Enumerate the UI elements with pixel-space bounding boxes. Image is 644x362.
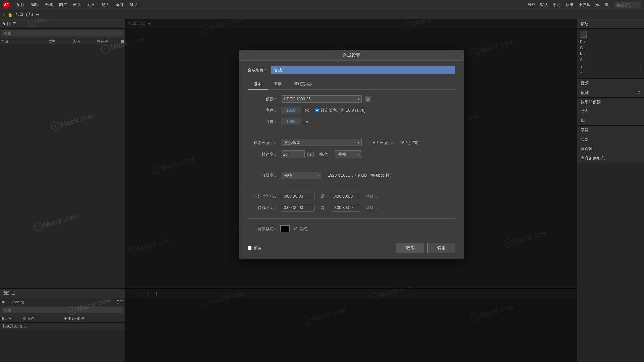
- align-button[interactable]: 对齐: [527, 2, 535, 8]
- basic-settings: 预设： HDTV 1080 25 HDTV 1080 29.97 🗑: [248, 95, 455, 232]
- menu-item-layer[interactable]: 图层: [56, 1, 70, 9]
- start-time-base-btn[interactable]: 基础 ...: [364, 193, 379, 200]
- width-row: 宽度： px 锁定长宽比为 16:9 (1.78): [248, 107, 455, 114]
- menu-item-project[interactable]: 项目: [14, 1, 28, 9]
- effects-presets-panel[interactable]: 效果和预设: [577, 98, 644, 107]
- col-size: 大小: [73, 39, 96, 44]
- timeline-bottom-bar: 切换开关/模式: [0, 322, 125, 330]
- close-tab-icon[interactable]: ×: [3, 12, 5, 17]
- confirm-button[interactable]: 确定: [427, 243, 455, 253]
- audio-panel[interactable]: 音频: [577, 79, 644, 88]
- timeline-num: (100: [117, 300, 123, 304]
- start-time-input2[interactable]: [331, 193, 361, 200]
- menu-item-effect[interactable]: 效果: [70, 1, 84, 9]
- delete-layer-icon[interactable]: 🗑: [21, 300, 25, 304]
- cancel-button[interactable]: 取消: [396, 243, 424, 253]
- divider-1: [248, 132, 455, 132]
- top-menu: 项目 编辑 合成 图层 效果 动画 视图 窗口 帮助: [14, 1, 140, 9]
- switch-mode-label[interactable]: 切换开关/模式: [3, 324, 26, 329]
- bg-color-label: 背景颜色：: [248, 226, 278, 232]
- comp-bottom-name: (无): [3, 290, 9, 296]
- project-search-bar: [0, 29, 125, 38]
- maximize-icon[interactable]: ≫: [595, 2, 600, 8]
- tab-basic[interactable]: 基本: [248, 79, 268, 90]
- right-panel: 信息 R： G： B： A： X： + Y：: [577, 19, 644, 362]
- menu-item-edit[interactable]: 编辑: [28, 1, 42, 9]
- library-panel[interactable]: 库: [577, 116, 644, 126]
- left-bottom-panel: (无) ☰ ⊞ ⊟ 8 bpc 🗑 (100 ⊕ # ≋ 源名称 ⊕ ✱ ⨁ ▣…: [0, 288, 126, 362]
- paragraph-panel[interactable]: 段落: [577, 135, 644, 144]
- library-label: 库: [581, 118, 585, 124]
- tool-icon-1[interactable]: ⊞: [2, 300, 5, 304]
- menu-item-animation[interactable]: 动画: [85, 1, 98, 9]
- tab-advanced[interactable]: 高级: [268, 79, 288, 90]
- timeline-col-headers: ⊕ # ≋ 源名称 ⊕ ✱ ⨁ ▣ ◎: [0, 315, 125, 322]
- learn-workspace[interactable]: 学习: [553, 2, 561, 8]
- project-search-input[interactable]: [2, 30, 123, 36]
- duration-base-btn[interactable]: 基础 ...: [364, 204, 379, 212]
- height-input[interactable]: [281, 118, 301, 125]
- audio-label: 音频: [581, 80, 589, 86]
- start-time-input[interactable]: [281, 193, 315, 200]
- duration-input[interactable]: [281, 204, 315, 212]
- top-bar: AE 项目 编辑 合成 图层 效果 动画 视图 窗口 帮助 对齐 默认 学习 标…: [0, 0, 644, 10]
- fps-dropdown-btn[interactable]: ▼: [307, 152, 314, 157]
- bg-color-swatch[interactable]: [280, 225, 290, 232]
- resolution-info: 644 x 362，7.9 MB（每 8bpc 帧）: [328, 173, 394, 178]
- col-name: 名称: [1, 39, 47, 44]
- comp-name-input[interactable]: [271, 66, 455, 74]
- align-panel[interactable]: 对齐: [577, 107, 644, 116]
- tool-icon-2[interactable]: ⊟: [6, 300, 9, 304]
- search-help-input[interactable]: [614, 2, 641, 8]
- info-panel-header: 信息: [577, 19, 644, 29]
- comp-bottom-menu[interactable]: ☰: [11, 291, 15, 296]
- grid-icon: ⊞: [121, 39, 124, 44]
- fps-controls: ▼: [281, 150, 314, 158]
- project-panel-header: 项目 ☰: [0, 19, 125, 29]
- start-time-separator: 是: [321, 194, 325, 199]
- delete-preset-icon[interactable]: 🗑: [365, 96, 371, 102]
- composition-sub: (无): [26, 12, 33, 17]
- resolution-select[interactable]: 完整 1/2: [281, 172, 321, 179]
- b-label: B：: [580, 51, 586, 57]
- menu-item-window[interactable]: 窗口: [113, 1, 126, 9]
- duration-frames-input[interactable]: [331, 204, 361, 212]
- content-aware-panel[interactable]: 内容识别填充: [577, 154, 644, 163]
- settings-icon[interactable]: ☰: [36, 12, 39, 17]
- color-info: R： G： B： A： X： + Y：: [577, 29, 644, 79]
- frame-aspect-value: 16:9 (1.78): [400, 141, 418, 145]
- preview-checkbox[interactable]: [248, 246, 252, 250]
- a-info-row: A：: [580, 57, 641, 63]
- timeline-search-input[interactable]: [2, 307, 123, 313]
- preset-select[interactable]: HDTV 1080 25 HDTV 1080 29.97: [281, 95, 362, 103]
- small-screen-workspace[interactable]: 小屏幕: [578, 2, 590, 8]
- menu-item-composition[interactable]: 合成: [42, 1, 56, 9]
- height-unit: px: [305, 119, 309, 124]
- fps-row: 帧速率： ▼ 帧/秒 丢帧: [248, 150, 455, 158]
- standard-workspace[interactable]: 标准: [566, 2, 574, 8]
- preview-panel-label: 预览: [581, 90, 589, 96]
- drop-frame-select[interactable]: 丢帧: [335, 150, 362, 158]
- preview-panel[interactable]: 预览 ⊙: [577, 88, 644, 98]
- menu-item-help[interactable]: 帮助: [127, 1, 140, 9]
- duration-row: 持续时间： 是 基础 ...: [248, 204, 455, 212]
- top-right-controls: 对齐 默认 学习 标准 小屏幕 ≫ 🔍: [527, 2, 641, 8]
- menu-item-view[interactable]: 视图: [99, 1, 112, 9]
- color-picker-icon[interactable]: 🖊: [292, 226, 297, 231]
- project-menu-icon[interactable]: ☰: [13, 22, 16, 26]
- width-input[interactable]: [281, 107, 301, 114]
- character-panel[interactable]: 字符: [577, 126, 644, 135]
- width-unit: px: [305, 108, 309, 113]
- lock-aspect-check[interactable]: [315, 108, 319, 112]
- a-label: A：: [580, 57, 586, 63]
- pixel-aspect-select[interactable]: 方形像素: [281, 139, 362, 146]
- comp-name-label: 合成名称：: [248, 67, 268, 73]
- start-time-row: 开始时间码： 是 基础 ...: [248, 193, 455, 200]
- fps-input[interactable]: [281, 150, 305, 158]
- default-workspace[interactable]: 默认: [540, 2, 548, 8]
- divider-2: [248, 165, 455, 165]
- tab-3d-renderer[interactable]: 3D 渲染器: [288, 79, 318, 90]
- y-info-row: Y：: [580, 70, 641, 76]
- left-bottom-search: [0, 306, 125, 315]
- tracker-panel[interactable]: 跟踪器: [577, 144, 644, 154]
